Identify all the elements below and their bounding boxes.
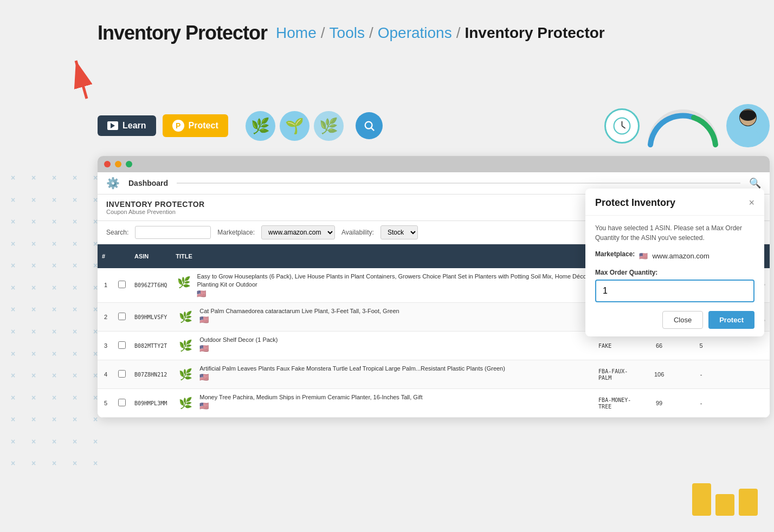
flag-icon: 🇺🇸 [197,289,590,298]
modal-moq-input[interactable] [595,280,754,302]
window-dot-yellow [115,161,121,167]
row-asin: B09HMLVSFY [130,302,171,331]
yellow-box-tall [692,483,711,516]
row-sku: FBA-FAUX-PALM [594,360,644,388]
search-button[interactable] [356,112,383,139]
table-row: 5 B09HMPL3MM 🌿 Money Tree Pachira, Mediu… [98,388,770,417]
app-window: ⚙️ Dashboard 🔍 INVENTORY PROTECTOR Coupo… [98,156,770,418]
breadcrumb: Home / Tools / Operations / Inventory Pr… [276,24,605,42]
row-checkbox[interactable] [114,268,130,302]
marketplace-select[interactable]: www.amazon.com [261,225,335,239]
row-checkbox[interactable] [114,388,130,417]
breadcrumb-home[interactable]: Home [276,24,317,42]
yellow-box-row-1 [692,483,758,516]
plant-1: 🌿 [246,111,275,141]
row-num: 5 [98,388,114,417]
breadcrumb-sep2: / [369,24,373,42]
plant-2: 🌱 [280,111,309,141]
row-num: 2 [98,302,114,331]
breadcrumb-sep1: / [321,24,325,42]
product-thumb: 🌿 [176,307,195,327]
modal-description: You have selected 1 ASIN. Please set a M… [595,223,754,243]
row-action [728,388,770,417]
flag-icon: 🇺🇸 [199,373,505,381]
toolbar: Learn P Protect 🌿 🌱 🌿 [98,104,770,147]
row-asin: B07Z8HN212 [130,360,171,388]
window-dot-green [126,161,132,167]
modal-close-button[interactable]: × [749,197,754,209]
availability-select[interactable]: Stock [380,225,418,239]
page-header: Inventory Protector Home / Tools / Opera… [98,16,770,50]
flag-icon: 🇺🇸 [199,315,399,324]
row-stock: 99 [644,388,674,417]
row-checkbox[interactable] [114,331,130,360]
row-title: 🌿 Easy to Grow Houseplants (6 Pack), Liv… [171,268,594,302]
row-asin: B082MTTY2T [130,331,171,360]
protect-label: Protect [189,121,218,131]
modal-close-btn[interactable]: Close [662,311,703,329]
grid-icon: ⚙️ [106,177,120,190]
svg-line-6 [622,126,625,128]
search-label: Search: [106,229,128,236]
row-asin: B096Z7T6HQ [130,268,171,302]
row-title: 🌿 Artificial Palm Leaves Plants Faux Fak… [171,360,594,388]
svg-point-2 [365,122,372,129]
table-row: 4 B07Z8HN212 🌿 Artificial Palm Leaves Pl… [98,360,770,388]
modal-actions: Close Protect [595,311,754,329]
modal-body: You have selected 1 ASIN. Please set a M… [585,216,764,336]
breadcrumb-sep3: / [456,24,461,42]
flag-icon: 🇺🇸 [199,344,278,353]
nav-search-icon[interactable]: 🔍 [749,177,761,189]
product-thumb: 🌿 [176,365,195,384]
window-dot-red [104,161,111,167]
row-checkbox[interactable] [114,302,130,331]
window-titlebar [98,156,770,172]
main-wrapper: Inventory Protector Home / Tools / Opera… [98,16,770,418]
col-asin: ASIN [130,244,171,268]
modal-moq-label: Max Order Quantity: [595,269,754,276]
plant-3: 🌿 [314,111,344,141]
modal-marketplace-label: Marketplace: [595,250,635,258]
col-title: TITLE [171,244,594,268]
nav-line [177,183,740,184]
inv-subtitle: Coupon Abuse Prevention [106,209,205,215]
product-thumb: 🌿 [176,273,192,292]
svg-line-1 [76,61,87,99]
product-thumb: 🌿 [176,393,195,413]
row-num: 1 [98,268,114,302]
row-title: 🌿 Outdoor Shelf Decor (1 Pack) 🇺🇸 [171,331,594,360]
bg-pattern: document.addEventListener('DOMContentLoa… [0,163,103,488]
plant-icons: 🌿 🌱 🌿 [246,111,344,141]
modal-marketplace-row: Marketplace: 🇺🇸 www.amazon.com [595,250,754,261]
col-num: # [98,244,114,268]
learn-button[interactable]: Learn [98,115,156,136]
svg-point-8 [736,128,760,146]
protect-inventory-modal: Protect Inventory × You have selected 1 … [585,189,764,336]
svg-point-10 [740,110,756,121]
page-title: Inventory Protector [98,22,267,44]
col-checkbox [114,244,130,268]
avatar [726,104,770,147]
row-moq: - [674,388,728,417]
breadcrumb-current: Inventory Protector [465,24,604,42]
modal-protect-btn[interactable]: Protect [708,311,754,329]
dashboard-label: Dashboard [128,179,168,187]
breadcrumb-tools[interactable]: Tools [330,24,365,42]
modal-title: Protect Inventory [595,197,675,209]
gauge-chart [645,104,721,147]
protect-button[interactable]: P Protect [163,114,228,137]
modal-header: Protect Inventory × [585,189,764,216]
row-action [728,360,770,388]
search-input[interactable] [135,226,211,239]
modal-marketplace-value: www.amazon.com [652,252,709,260]
product-thumb: 🌿 [176,336,195,355]
row-checkbox[interactable] [114,360,130,388]
breadcrumb-operations[interactable]: Operations [378,24,452,42]
play-icon [107,121,118,130]
inv-title: INVENTORY PROTECTOR [106,200,205,209]
marketplace-label: Marketplace: [217,229,255,236]
row-sku: FBA-MONEY-TREE [594,388,644,417]
yellow-box-med [739,489,758,516]
inv-title-block: INVENTORY PROTECTOR Coupon Abuse Prevent… [106,200,205,215]
yellow-box-short [715,494,734,516]
